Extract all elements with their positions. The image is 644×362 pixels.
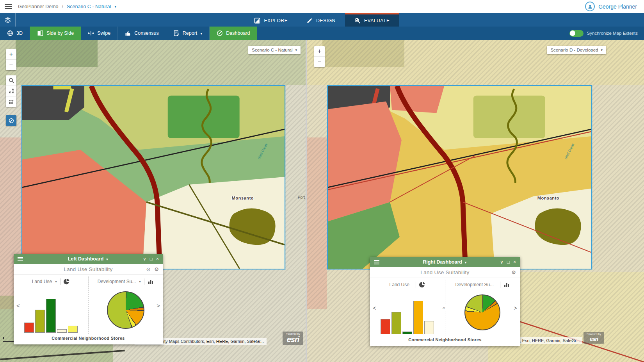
maximize-icon[interactable]: □ xyxy=(507,259,510,265)
chevron-down-icon[interactable]: ▾ xyxy=(55,280,57,284)
menu-hamburger-icon[interactable] xyxy=(0,4,16,9)
map-tools-left xyxy=(6,75,16,107)
scenario-selector-left[interactable]: Scenario C - Natural ▾ xyxy=(248,46,301,54)
breadcrumb: GeoPlanner Demo / Scenario C - Natural ▾ xyxy=(18,4,116,9)
map-wash-left xyxy=(307,137,327,309)
study-area-extent-right[interactable]: Monsanto Seal Creek xyxy=(327,85,592,269)
dashboard-subtitle-row: Land Use Suitability ⊘ ⚙ xyxy=(14,264,163,275)
user-avatar-icon[interactable] xyxy=(585,2,595,11)
3d-button[interactable]: 3D xyxy=(0,27,30,40)
dashboard-body: < Land Use « xyxy=(370,278,520,337)
chart-selector[interactable]: Land Use xyxy=(390,282,409,287)
dashboard-title-text: Left Dashboard xyxy=(68,256,104,262)
breadcrumb-caret-icon[interactable]: ▾ xyxy=(114,4,116,9)
chart-panel-landuse: Land Use ▾ xyxy=(14,275,88,336)
user-menu[interactable]: George Planner xyxy=(585,2,644,11)
chart-footer-label: Commercial Neighborhood Stores xyxy=(370,337,520,346)
pie-chart-icon[interactable] xyxy=(419,282,425,288)
chart-selector[interactable]: Development Su... xyxy=(455,282,494,287)
dashboard-title[interactable]: Left Dashboard▼ xyxy=(14,256,163,262)
maximize-icon[interactable]: □ xyxy=(150,256,153,262)
chart-panel-landuse: Land Use xyxy=(370,278,445,337)
collapse-icon[interactable]: ∨ xyxy=(143,256,146,262)
map-edge-label: Port xyxy=(298,195,305,200)
report-caret-icon[interactable]: ▾ xyxy=(200,31,202,36)
zoom-controls-left: + − xyxy=(6,49,16,70)
dashboard-gauge-icon[interactable] xyxy=(6,115,16,126)
sync-extents-control: Synchronize Map Extents xyxy=(569,27,644,40)
panel-divider: « xyxy=(445,280,445,336)
toolbar-label: Consensus xyxy=(134,30,159,36)
swipe-button[interactable]: Swipe xyxy=(81,27,118,40)
pie-chart-icon[interactable] xyxy=(64,278,70,285)
tab-evaluate[interactable]: EVALUATE xyxy=(345,13,399,27)
sync-extents-toggle[interactable] xyxy=(569,30,584,37)
expand-icon[interactable] xyxy=(6,86,16,96)
map-pane-right[interactable]: Monsanto Seal Creek + − Scenario D - Dev… xyxy=(307,40,644,362)
chart-panel-suitability: Development Su... xyxy=(445,278,520,337)
esri-brand: esri xyxy=(287,335,299,344)
chevron-down-icon[interactable]: ▾ xyxy=(139,280,141,284)
dashboard-subtitle: Land Use Suitability xyxy=(64,266,112,272)
dashboard-button[interactable]: Dashboard xyxy=(210,27,257,40)
map-place-label: Monsanto xyxy=(537,196,559,201)
tab-explore[interactable]: EXPLORE xyxy=(245,13,297,27)
tab-design[interactable]: DESIGN xyxy=(297,13,345,27)
map-pane-left[interactable]: Monsanto Seal Creek Port + − xyxy=(0,40,306,362)
zoom-controls-right: + − xyxy=(314,46,325,67)
suitability-map-developed: Monsanto Seal Creek xyxy=(328,86,591,269)
globe-slash-icon[interactable]: ⊘ xyxy=(146,266,150,272)
left-dashboard-header[interactable]: Left Dashboard▼ ∨ □ × xyxy=(14,254,163,264)
dashboard-title[interactable]: Right Dashboard▼ xyxy=(370,259,520,265)
zoom-in-button[interactable]: + xyxy=(314,46,325,57)
dashboard-tool-left xyxy=(6,115,16,126)
right-dashboard-window[interactable]: Right Dashboard▼ ∨ □ × Land Use Suitabil… xyxy=(370,257,520,346)
window-controls: ∨ □ × xyxy=(500,259,520,265)
suitability-pie-chart[interactable] xyxy=(107,291,144,329)
bar-chart-icon[interactable] xyxy=(148,278,154,285)
side-by-side-button[interactable]: Side by Side xyxy=(30,27,81,40)
next-chart-arrow[interactable]: > xyxy=(514,305,517,311)
collapse-panel-icon[interactable]: « xyxy=(443,304,445,312)
powered-by-label: Powered by xyxy=(587,333,601,335)
map-workspace: Monsanto Seal Creek Port + − xyxy=(0,40,644,362)
close-icon[interactable]: × xyxy=(156,256,159,262)
collapse-icon[interactable]: ∨ xyxy=(500,259,503,265)
report-button[interactable]: Report ▾ xyxy=(166,27,210,40)
chart-selector[interactable]: Land Use xyxy=(32,279,52,284)
gear-icon[interactable]: ⚙ xyxy=(154,266,159,272)
left-dashboard-window[interactable]: Left Dashboard▼ ∨ □ × Land Use Suitabili… xyxy=(14,254,163,344)
zoom-in-button[interactable]: + xyxy=(6,49,16,60)
user-name: George Planner xyxy=(598,4,637,10)
chart-selector[interactable]: Development Su... xyxy=(98,279,136,284)
bar-chart-icon[interactable] xyxy=(503,282,510,288)
study-area-extent-left[interactable]: Monsanto Seal Creek xyxy=(21,85,285,269)
search-icon[interactable] xyxy=(6,75,16,86)
close-icon[interactable]: × xyxy=(513,259,516,265)
tab-label: DESIGN xyxy=(316,18,336,23)
swipe-measure-icon[interactable] xyxy=(6,96,16,107)
scenario-selector-label: Scenario C - Natural xyxy=(252,48,292,52)
dashboard-title-text: Right Dashboard xyxy=(423,259,462,265)
powered-by-label: Powered by xyxy=(286,332,300,335)
right-dashboard-header[interactable]: Right Dashboard▼ ∨ □ × xyxy=(370,257,520,267)
prev-chart-arrow[interactable]: < xyxy=(16,302,20,309)
toolbar-label: 3D xyxy=(16,30,23,36)
next-chart-arrow[interactable]: > xyxy=(157,302,160,309)
scenario-selector-right[interactable]: Scenario D - Developed ▾ xyxy=(547,46,606,54)
gear-icon[interactable]: ⚙ xyxy=(511,269,516,275)
zoom-out-button[interactable]: − xyxy=(6,60,16,70)
toolbar-label: Swipe xyxy=(97,30,110,36)
suitability-pie-chart[interactable] xyxy=(464,294,500,330)
tab-label: EVALUATE xyxy=(364,18,390,23)
breadcrumb-scenario-link[interactable]: Scenario C - Natural xyxy=(67,4,111,9)
caret-down-icon: ▼ xyxy=(464,261,467,264)
prev-chart-arrow[interactable]: < xyxy=(373,305,376,311)
landuse-bar-chart[interactable] xyxy=(381,291,434,334)
landuse-bar-chart[interactable] xyxy=(24,289,78,333)
esri-logo: Powered by esri xyxy=(584,332,604,344)
primary-nav: EXPLORE DESIGN EVALUATE xyxy=(0,13,644,27)
consensus-button[interactable]: Consensus xyxy=(118,27,166,40)
caret-down-icon: ▼ xyxy=(105,258,109,261)
zoom-out-button[interactable]: − xyxy=(314,57,325,67)
